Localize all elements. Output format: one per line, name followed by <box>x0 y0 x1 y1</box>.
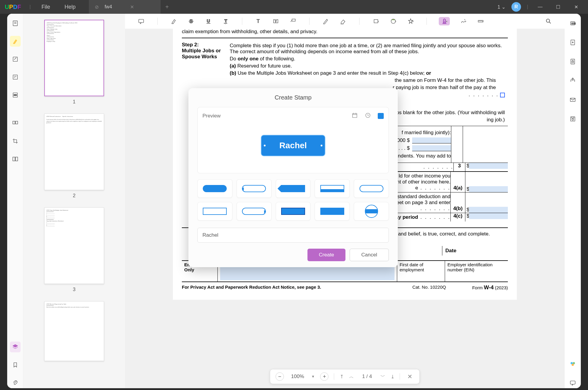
step2-label: Step 2: <box>182 42 224 48</box>
search-icon[interactable] <box>544 17 553 25</box>
highlighter-icon[interactable] <box>10 36 21 47</box>
document-tab[interactable]: ⊘ fw4 ✕ <box>89 0 161 14</box>
attachment-icon[interactable] <box>10 377 21 388</box>
zoom-in-button[interactable]: + <box>320 372 329 381</box>
form-field[interactable] <box>469 213 508 219</box>
shape-rect-icon[interactable]: ▾ <box>371 17 380 25</box>
menu-file[interactable]: File <box>34 4 57 10</box>
dollar: $ <box>465 172 469 192</box>
page-view-icon[interactable] <box>10 18 21 29</box>
edit-text-icon[interactable] <box>10 54 21 65</box>
privacy-notice: For Privacy Act and Paperwork Reduction … <box>182 285 412 291</box>
callout-icon[interactable] <box>289 17 297 25</box>
menu-help[interactable]: Help <box>57 4 83 10</box>
new-tab-button[interactable]: + <box>161 4 174 10</box>
svg-text:T: T <box>224 19 227 23</box>
emp-only-2: Only <box>184 267 215 272</box>
ocr-icon[interactable]: OCR <box>567 18 578 29</box>
form-field[interactable] <box>220 267 394 280</box>
share-icon[interactable] <box>567 75 578 86</box>
stamp-tool-icon[interactable]: ▾ <box>439 17 450 25</box>
close-window-button[interactable]: ✕ <box>570 4 582 10</box>
svg-line-33 <box>549 22 551 24</box>
thumbnail-page-4[interactable]: UPDF Married Filing Jointly Tax Table━━━… <box>44 301 104 361</box>
minimize-button[interactable]: — <box>534 4 546 10</box>
svg-text:T: T <box>257 18 260 24</box>
form-field[interactable] <box>412 137 451 143</box>
strikethrough-icon[interactable]: S <box>187 17 195 25</box>
thumbnail-page-1[interactable]: UPDF Form W-4 Employee's Withholding Cer… <box>44 20 104 96</box>
stamp-shape-3[interactable] <box>276 179 311 198</box>
maximize-button[interactable]: ☐ <box>552 4 564 10</box>
form-field[interactable] <box>412 145 451 151</box>
star-icon[interactable]: ▾ <box>406 17 415 25</box>
stamp-text-input[interactable] <box>197 228 389 243</box>
zoom-out-button[interactable]: − <box>275 372 284 381</box>
first-date-2: employment <box>400 267 442 272</box>
close-nav-button[interactable]: ✕ <box>406 373 414 380</box>
stamp-shape-10[interactable] <box>354 202 389 221</box>
stamp-shape-4[interactable] <box>315 179 350 198</box>
svg-text:OCR: OCR <box>571 22 576 25</box>
create-stamp-dialog: Create Stamp Preview Rachel Create Cance… <box>188 88 398 267</box>
clock-icon[interactable] <box>365 112 371 120</box>
tab-close-button[interactable]: ✕ <box>130 4 134 10</box>
export-icon[interactable] <box>567 37 578 48</box>
stamp-shape-2[interactable] <box>237 179 272 198</box>
form-icon[interactable] <box>10 72 21 82</box>
create-button[interactable]: Create <box>307 249 345 261</box>
signature-icon[interactable]: ▾ <box>459 17 467 25</box>
checkbox[interactable] <box>500 93 505 97</box>
squiggly-icon[interactable]: T <box>222 17 230 25</box>
cloud-indicator[interactable]: 1 ⌄ <box>498 4 505 10</box>
compare-icon[interactable] <box>10 154 21 164</box>
shape-circle-icon[interactable]: ▾ <box>389 17 397 25</box>
calendar-icon[interactable] <box>351 112 358 120</box>
form-field[interactable] <box>469 207 508 213</box>
next-page-button[interactable]: ﹀ <box>380 374 385 380</box>
bookmark-icon[interactable] <box>10 360 21 370</box>
page-indicator[interactable]: 1 / 4 <box>359 374 375 380</box>
prev-page-button[interactable]: ︿ <box>349 374 354 380</box>
email-icon[interactable] <box>567 94 578 105</box>
text-tool-icon[interactable]: T <box>254 17 263 25</box>
textbox-icon[interactable]: T <box>272 17 280 25</box>
thumbnail-page-3[interactable]: UPDF Step 2(b) Multiple Jobs Worksheet━━… <box>44 207 104 284</box>
ruler-icon[interactable]: ▾ <box>476 17 485 25</box>
stamp-shape-7[interactable] <box>237 202 272 221</box>
organize-icon[interactable] <box>10 118 21 129</box>
stamp-shape-5[interactable] <box>354 179 389 198</box>
thumbnail-page-2[interactable]: UPDF General Instructions Specific Instr… <box>44 114 104 190</box>
first-page-button[interactable]: ⤒ <box>340 374 344 380</box>
doc-text: Do only one of the following. <box>230 56 508 62</box>
chat-icon[interactable] <box>567 377 578 388</box>
line-3: 3 <box>453 163 465 171</box>
zoom-dropdown[interactable]: ▼ <box>311 374 315 379</box>
ai-icon[interactable] <box>567 358 578 369</box>
stamp-shape-8[interactable] <box>276 202 311 221</box>
cat-no: Cat. No. 10220Q <box>412 285 472 291</box>
svg-rect-8 <box>14 94 16 96</box>
color-swatch[interactable] <box>378 113 384 119</box>
cancel-button[interactable]: Cancel <box>350 249 389 261</box>
last-page-button[interactable]: ⤓ <box>391 374 394 380</box>
save-icon[interactable] <box>567 114 578 124</box>
title-separator: | <box>527 4 528 10</box>
highlight-tool-icon[interactable] <box>170 17 178 25</box>
stamp-shape-6[interactable] <box>197 202 232 221</box>
user-avatar[interactable]: R <box>511 2 521 12</box>
crop-icon[interactable] <box>10 136 21 146</box>
protect-icon[interactable] <box>567 56 578 67</box>
form-field[interactable] <box>469 163 508 169</box>
eraser-icon[interactable] <box>339 17 347 25</box>
stamp-shape-9[interactable] <box>315 202 350 221</box>
underline-icon[interactable]: U <box>204 17 213 25</box>
comment-icon[interactable] <box>137 17 145 25</box>
svg-rect-13 <box>139 19 144 23</box>
stamp-shape-1[interactable] <box>197 179 232 198</box>
form-field[interactable] <box>469 186 508 192</box>
dollar: $ <box>465 192 469 213</box>
layers-icon[interactable] <box>10 342 21 352</box>
redact-icon[interactable] <box>10 90 21 100</box>
pencil-icon[interactable] <box>322 17 330 25</box>
